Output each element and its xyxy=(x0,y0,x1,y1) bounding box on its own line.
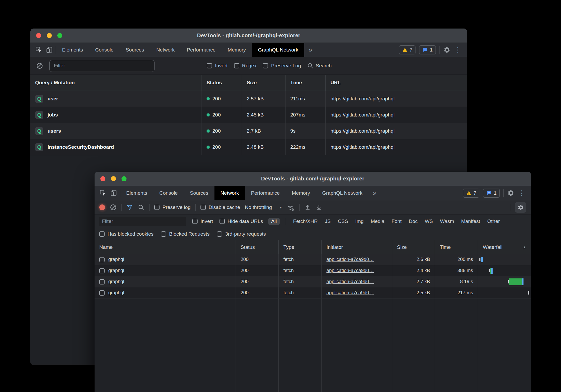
hide-data-urls-checkbox[interactable]: Hide data URLs xyxy=(219,218,263,224)
import-har-icon[interactable] xyxy=(304,204,311,211)
checkbox[interactable] xyxy=(161,231,166,237)
table-row[interactable]: graphql 200 fetch application-a7ca9d0… 2… xyxy=(95,287,531,298)
col-waterfall[interactable]: Waterfall ▲ xyxy=(478,240,531,254)
device-toolbar-icon[interactable] xyxy=(110,189,117,197)
tab-elements[interactable]: Elements xyxy=(120,186,153,200)
checkbox[interactable] xyxy=(207,63,212,68)
initiator-link[interactable]: application-a7ca9d0… xyxy=(326,290,374,296)
col-type[interactable]: Type xyxy=(279,240,322,254)
row-checkbox[interactable] xyxy=(99,290,105,296)
chip-other[interactable]: Other xyxy=(487,218,500,224)
checkbox[interactable] xyxy=(200,205,206,210)
preserve-log-checkbox[interactable]: Preserve log xyxy=(154,204,191,210)
minimize-window-button[interactable] xyxy=(47,33,52,38)
inspect-element-icon[interactable] xyxy=(35,46,42,53)
record-button[interactable] xyxy=(99,204,105,210)
table-row[interactable]: QinstanceSecurityDashboard 200 2.48 kB 2… xyxy=(30,139,467,155)
clear-icon[interactable] xyxy=(110,204,117,211)
inspect-element-icon[interactable] xyxy=(99,189,106,197)
table-row[interactable]: Quser 200 2.57 kB 211ms https://gitlab.c… xyxy=(30,91,467,107)
row-checkbox[interactable] xyxy=(99,257,105,262)
checkbox[interactable] xyxy=(99,231,105,237)
checkbox[interactable] xyxy=(154,205,160,210)
zoom-window-button[interactable] xyxy=(57,33,62,38)
checkbox[interactable] xyxy=(217,231,222,237)
table-row[interactable]: Qjobs 200 2.45 kB 207ms https://gitlab.c… xyxy=(30,107,467,123)
table-row[interactable]: graphql 200 fetch application-a7ca9d0… 2… xyxy=(95,276,531,287)
col-size[interactable]: Size xyxy=(392,240,435,254)
chip-wasm[interactable]: Wasm xyxy=(440,218,454,224)
col-name[interactable]: Name xyxy=(95,240,236,254)
tab-network[interactable]: Network xyxy=(214,186,245,200)
filter-input[interactable] xyxy=(99,217,186,226)
table-row[interactable]: Qusers 200 2.7 kB 9s https://gitlab.com/… xyxy=(30,123,467,139)
invert-checkbox[interactable]: Invert xyxy=(192,218,213,224)
checkbox[interactable] xyxy=(234,63,239,68)
has-blocked-cookies-checkbox[interactable]: Has blocked cookies xyxy=(99,231,153,237)
blocked-requests-checkbox[interactable]: Blocked Requests xyxy=(161,231,209,237)
row-checkbox[interactable] xyxy=(99,268,105,273)
tab-graphql-network[interactable]: GraphQL Network xyxy=(252,43,304,57)
minimize-window-button[interactable] xyxy=(111,176,116,181)
tab-sources[interactable]: Sources xyxy=(184,186,214,200)
issues-badge[interactable]: 1 xyxy=(483,189,500,198)
initiator-link[interactable]: application-a7ca9d0… xyxy=(326,257,374,262)
regex-checkbox[interactable]: Regex xyxy=(234,63,257,69)
checkbox[interactable] xyxy=(192,219,198,224)
settings-gear-icon[interactable] xyxy=(507,190,514,197)
col-status[interactable]: Status xyxy=(202,75,242,91)
tab-network[interactable]: Network xyxy=(150,43,181,57)
zoom-window-button[interactable] xyxy=(121,176,127,181)
chip-fetch-xhr[interactable]: Fetch/XHR xyxy=(293,218,318,224)
chip-doc[interactable]: Doc xyxy=(409,218,418,224)
search-icon[interactable] xyxy=(138,204,144,211)
checkbox[interactable] xyxy=(219,219,225,224)
issues-badge[interactable]: 1 xyxy=(419,45,436,54)
table-row[interactable]: graphql 200 fetch application-a7ca9d0… 2… xyxy=(95,265,531,276)
chip-manifest[interactable]: Manifest xyxy=(461,218,480,224)
close-window-button[interactable] xyxy=(36,33,41,38)
tab-performance[interactable]: Performance xyxy=(245,186,286,200)
chip-css[interactable]: CSS xyxy=(338,218,348,224)
throttling-dropdown[interactable]: No throttling ▾ xyxy=(245,204,282,210)
disable-cache-checkbox[interactable]: Disable cache xyxy=(200,204,240,210)
tab-console[interactable]: Console xyxy=(89,43,120,57)
search-toggle[interactable]: Search xyxy=(307,63,331,69)
network-conditions-icon[interactable] xyxy=(287,204,294,211)
row-checkbox[interactable] xyxy=(99,279,105,284)
tab-performance[interactable]: Performance xyxy=(181,43,222,57)
chip-js[interactable]: JS xyxy=(325,218,331,224)
col-time[interactable]: Time xyxy=(435,240,478,254)
table-row[interactable]: graphql 200 fetch application-a7ca9d0… 2… xyxy=(95,254,531,265)
tab-memory[interactable]: Memory xyxy=(222,43,252,57)
tab-memory[interactable]: Memory xyxy=(286,186,316,200)
filter-input[interactable] xyxy=(49,60,155,72)
col-size[interactable]: Size xyxy=(242,75,286,91)
tab-console[interactable]: Console xyxy=(153,186,184,200)
kebab-menu-icon[interactable]: ⋮ xyxy=(454,46,462,53)
filter-funnel-icon[interactable] xyxy=(127,204,133,211)
initiator-link[interactable]: application-a7ca9d0… xyxy=(326,268,374,273)
warnings-badge[interactable]: 7 xyxy=(399,45,416,54)
chip-font[interactable]: Font xyxy=(391,218,401,224)
clear-icon[interactable] xyxy=(36,62,43,69)
tab-elements[interactable]: Elements xyxy=(56,43,89,57)
settings-gear-icon[interactable] xyxy=(443,46,450,53)
invert-checkbox[interactable]: Invert xyxy=(207,63,228,69)
preserve-log-checkbox[interactable]: Preserve Log xyxy=(263,63,301,69)
kebab-menu-icon[interactable]: ⋮ xyxy=(518,190,526,196)
network-settings-gear-icon[interactable] xyxy=(515,202,526,213)
col-time[interactable]: Time xyxy=(286,75,326,91)
tab-graphql-network[interactable]: GraphQL Network xyxy=(316,186,368,200)
col-url[interactable]: URL xyxy=(326,75,467,91)
warnings-badge[interactable]: 7 xyxy=(463,189,480,198)
chip-ws[interactable]: WS xyxy=(425,218,433,224)
initiator-link[interactable]: application-a7ca9d0… xyxy=(326,279,374,284)
checkbox[interactable] xyxy=(263,63,268,68)
device-toolbar-icon[interactable] xyxy=(46,46,53,53)
chip-img[interactable]: Img xyxy=(355,218,364,224)
close-window-button[interactable] xyxy=(100,176,105,181)
more-tabs-icon[interactable]: » xyxy=(304,43,316,57)
more-tabs-icon[interactable]: » xyxy=(368,186,381,200)
col-query-mutation[interactable]: Query / Mutation xyxy=(30,75,202,91)
